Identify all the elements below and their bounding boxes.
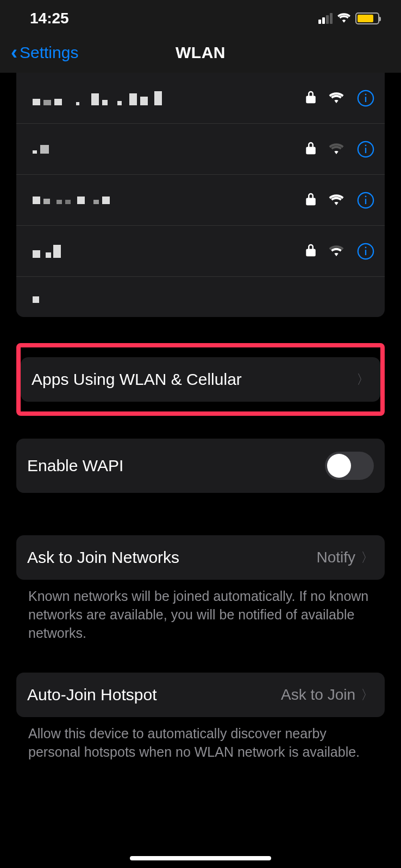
lock-icon [305, 141, 316, 157]
wifi-signal-icon [328, 142, 344, 156]
wifi-signal-icon [328, 91, 344, 105]
network-list [16, 73, 385, 317]
svg-point-11 [365, 246, 367, 248]
chevron-right-icon: 〉 [361, 686, 374, 704]
page-title: WLAN [176, 43, 225, 62]
network-row[interactable] [16, 175, 385, 226]
nav-bar: ‹ Settings WLAN [0, 33, 401, 73]
info-icon[interactable] [356, 140, 375, 159]
status-right [318, 11, 379, 26]
info-icon[interactable] [356, 191, 375, 210]
network-name-redacted [33, 245, 61, 258]
network-name-redacted [33, 91, 162, 105]
info-icon[interactable] [356, 242, 375, 261]
auto-join-hotspot-row[interactable]: Auto-Join Hotspot Ask to Join 〉 [16, 673, 385, 717]
svg-point-2 [365, 93, 367, 95]
info-icon[interactable] [356, 89, 375, 107]
chevron-left-icon: ‹ [11, 41, 17, 64]
network-name-redacted [33, 145, 49, 154]
network-row[interactable] [16, 73, 385, 124]
ask-to-join-row[interactable]: Ask to Join Networks Notify 〉 [16, 535, 385, 580]
network-row[interactable] [16, 277, 385, 317]
highlight-annotation: Apps Using WLAN & Cellular 〉 [16, 343, 385, 416]
enable-wapi-row: Enable WAPI [16, 439, 385, 493]
lock-icon [305, 243, 316, 259]
wifi-signal-icon [328, 193, 344, 207]
wifi-signal-icon [328, 244, 344, 258]
svg-point-5 [365, 144, 367, 146]
home-indicator[interactable] [130, 856, 271, 860]
lock-icon [305, 90, 316, 106]
lock-icon [305, 192, 316, 208]
cellular-signal-icon [318, 13, 333, 24]
network-row[interactable] [16, 226, 385, 277]
status-time: 14:25 [30, 10, 69, 27]
auto-join-hotspot-footer: Allow this device to automatically disco… [16, 717, 385, 762]
network-name-redacted [33, 296, 39, 303]
wapi-toggle[interactable] [325, 452, 374, 480]
row-label: Auto-Join Hotspot [27, 686, 156, 704]
apps-using-wlan-row[interactable]: Apps Using WLAN & Cellular 〉 [21, 357, 380, 402]
row-label: Ask to Join Networks [27, 548, 179, 567]
chevron-right-icon: 〉 [356, 371, 369, 388]
chevron-right-icon: 〉 [361, 549, 374, 566]
status-bar: 14:25 [0, 0, 401, 33]
svg-point-8 [365, 195, 367, 197]
back-button[interactable]: ‹ Settings [11, 41, 78, 64]
back-label: Settings [20, 43, 78, 62]
row-value: Ask to Join [281, 686, 355, 704]
row-value: Notify [316, 549, 355, 566]
network-name-redacted [33, 197, 110, 204]
wifi-status-icon [337, 11, 351, 26]
battery-icon [355, 12, 379, 24]
row-label: Apps Using WLAN & Cellular [32, 370, 242, 389]
row-label: Enable WAPI [27, 457, 123, 475]
ask-to-join-footer: Known networks will be joined automatica… [16, 580, 385, 642]
network-row[interactable] [16, 124, 385, 175]
